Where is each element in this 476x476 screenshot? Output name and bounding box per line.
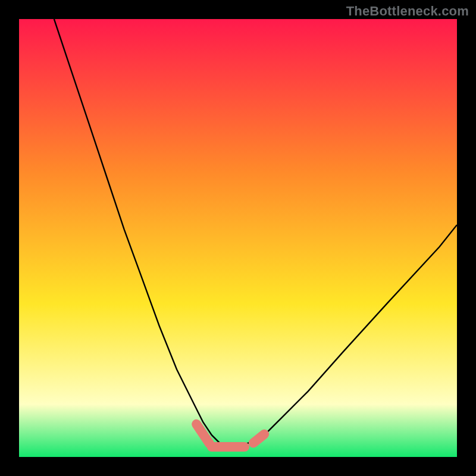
watermark-text: TheBottleneck.com <box>346 4 469 19</box>
chart-frame: TheBottleneck.com <box>0 0 476 476</box>
chart-svg <box>19 19 457 457</box>
plot-area <box>19 19 457 457</box>
gradient-background <box>19 19 457 457</box>
